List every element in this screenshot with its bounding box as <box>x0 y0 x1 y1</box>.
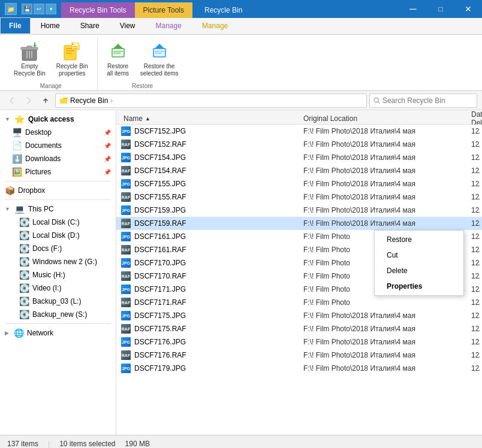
close-btn[interactable]: ✕ <box>454 0 482 18</box>
table-row[interactable]: JPG DSCF7152.JPG F:\! Film Photo\2018 Ит… <box>116 125 482 138</box>
file-location: F:\! Film Photo\2018 Италия\4 мая <box>299 364 466 373</box>
svg-rect-23 <box>113 53 120 54</box>
sidebar-item-desktop[interactable]: 🖥️ Desktop 📌 <box>0 126 116 139</box>
table-row[interactable]: RAF DSCF7175.RAF F:\! Film Photo\2018 Ит… <box>116 322 482 335</box>
title-label: Recycle Bin <box>192 2 251 18</box>
file-deleted-date: 12/16/2018 10:24 AM <box>466 298 480 307</box>
disk-s-icon: 💽 <box>19 310 29 319</box>
file-deleted-date: 12/16/2018 10:24 AM <box>466 272 480 280</box>
recycle-properties-btn[interactable]: Recycle Binproperties <box>52 40 92 80</box>
jpg-file-icon: JPG <box>121 205 131 215</box>
title-bar: 📁 💾 ↩ ▾ Recycle Bin Tools Picture Tools … <box>0 0 482 18</box>
table-row[interactable]: RAF DSCF7176.RAF F:\! Film Photo\2018 Ит… <box>116 349 482 362</box>
restore-selected-icon <box>150 43 169 62</box>
dropdown-btn[interactable]: ▾ <box>46 4 56 14</box>
quick-access-label: Quick access <box>28 115 111 123</box>
table-row[interactable]: JPG DSCF7175.JPG F:\! Film Photo\2018 Ит… <box>116 309 482 322</box>
file-name: DSCF7161.JPG <box>134 232 186 241</box>
file-location: F:\! Film Photo\2018 Италия\4 мая <box>299 338 466 346</box>
raf-file-icon: RAF <box>121 166 131 175</box>
up-btn[interactable] <box>38 93 53 108</box>
sidebar-item-network[interactable]: ▶ 🌐 Network <box>0 326 116 340</box>
breadcrumb[interactable]: Recycle Bin › <box>55 93 367 108</box>
file-deleted-date: 12/16/2018 10:24 AM <box>466 232 480 241</box>
save-btn[interactable]: 💾 <box>22 4 32 14</box>
table-row[interactable]: JPG DSCF7154.JPG F:\! Film Photo\2018 Ит… <box>116 151 482 164</box>
search-box[interactable] <box>369 93 477 108</box>
file-name: DSCF7155.JPG <box>134 180 186 188</box>
network-label: Network <box>27 329 111 337</box>
forward-btn[interactable] <box>22 93 36 108</box>
file-deleted-date: 12/16/2018 10:24 AM <box>466 206 480 214</box>
tab-manage-recycle[interactable]: Manage <box>146 17 192 34</box>
table-row[interactable]: JPG DSCF7176.JPG F:\! Film Photo\2018 Ит… <box>116 335 482 349</box>
disk-i-label: Video (I:) <box>32 284 111 292</box>
sidebar-item-l[interactable]: 💽 Backup_03 (L:) <box>0 295 116 308</box>
svg-rect-15 <box>66 53 72 54</box>
file-deleted-date: 12/16/2018 10:24 AM <box>466 259 480 267</box>
sidebar-item-d[interactable]: 💽 Local Disk (D:) <box>0 229 116 242</box>
ribbon: EmptyRecycle Bin Recycle Binproper <box>0 35 482 91</box>
disk-c-label: Local Disk (C:) <box>32 218 111 226</box>
sidebar-section-quick-access[interactable]: ▼ ⭐ Quick access <box>0 113 116 126</box>
pin-icon-downloads: 📌 <box>104 156 111 162</box>
restore-all-btn[interactable]: Restoreall items <box>103 40 134 80</box>
table-row[interactable]: RAF DSCF7155.RAF F:\! Film Photo\2018 Ит… <box>116 190 482 204</box>
sidebar-item-thispc[interactable]: ▼ 💻 This PC <box>0 202 116 216</box>
table-row[interactable]: JPG DSCF7179.JPG F:\! Film Photo\2018 Ит… <box>116 362 482 375</box>
table-row[interactable]: RAF DSCF7171.RAF F:\! Film Photo 12/16/2… <box>116 296 482 309</box>
tab-view[interactable]: View <box>110 17 146 34</box>
recycle-bin-tools-tab[interactable]: Recycle Bin Tools <box>61 2 135 18</box>
file-location: F:\! Film Photo\2018 Италия\4 мая <box>299 206 466 214</box>
tab-manage-picture[interactable]: Manage <box>192 17 238 34</box>
context-cut[interactable]: Cut <box>375 247 463 263</box>
file-location: F:\! Film Photo\2018 Италия\4 мая <box>299 351 466 359</box>
restore-selected-btn[interactable]: Restore theselected items <box>136 40 183 80</box>
picture-tools-tab[interactable]: Picture Tools <box>135 2 192 18</box>
file-name: DSCF7176.RAF <box>134 351 186 359</box>
search-input[interactable] <box>382 96 473 105</box>
context-properties[interactable]: Properties <box>375 279 463 294</box>
table-row[interactable]: RAF DSCF7154.RAF F:\! Film Photo\2018 Ит… <box>116 164 482 177</box>
tab-share[interactable]: Share <box>70 17 110 34</box>
table-row[interactable]: RAF DSCF7152.RAF F:\! Film Photo\2018 Ит… <box>116 138 482 151</box>
minimize-btn[interactable]: ─ <box>399 0 427 18</box>
context-delete[interactable]: Delete <box>375 263 463 279</box>
status-bar: 137 items | 10 items selected 190 MB <box>0 435 482 448</box>
disk-i-icon: 💽 <box>19 283 29 293</box>
maximize-btn[interactable]: □ <box>427 0 454 18</box>
file-deleted-date: 12/16/2018 10:24 AM <box>466 338 480 346</box>
tab-home[interactable]: Home <box>31 17 70 34</box>
sidebar-item-documents[interactable]: 📄 Documents 📌 <box>0 139 116 152</box>
empty-recycle-btn[interactable]: EmptyRecycle Bin <box>10 40 50 80</box>
sidebar-item-downloads[interactable]: ⬇️ Downloads 📌 <box>0 152 116 165</box>
thispc-icon: 💻 <box>15 204 25 214</box>
sidebar-item-g[interactable]: 💽 Windows new 2 (G:) <box>0 255 116 268</box>
sidebar-item-f[interactable]: 💽 Docs (F:) <box>0 242 116 255</box>
col-name[interactable]: Name ▲ <box>119 114 299 123</box>
file-deleted-date: 12/16/2018 10:24 AM <box>466 311 480 320</box>
context-restore[interactable]: Restore <box>375 232 463 247</box>
table-row[interactable]: JPG DSCF7159.JPG F:\! Film Photo\2018 Ит… <box>116 204 482 217</box>
quick-access-icon: ⭐ <box>15 114 25 124</box>
table-row[interactable]: RAF DSCF7159.RAF F:\! Film Photo\2018 Ит… <box>116 217 482 230</box>
sidebar-item-dropbox[interactable]: 📦 Dropbox <box>0 184 116 197</box>
sidebar-item-c[interactable]: 💽 Local Disk (C:) <box>0 216 116 229</box>
network-collapse-icon: ▶ <box>5 330 9 336</box>
disk-l-label: Backup_03 (L:) <box>32 297 111 305</box>
undo-btn[interactable]: ↩ <box>34 4 44 14</box>
sidebar-item-pictures[interactable]: 🖼️ Pictures 📌 <box>0 165 116 178</box>
raf-file-icon: RAF <box>121 271 131 281</box>
tab-file[interactable]: File <box>0 17 31 34</box>
sidebar-item-s[interactable]: 💽 Backup_new (S:) <box>0 308 116 321</box>
back-btn[interactable] <box>5 93 19 108</box>
table-row[interactable]: JPG DSCF7155.JPG F:\! Film Photo\2018 Ит… <box>116 177 482 190</box>
file-location: F:\! Film Photo\2018 Италия\4 мая <box>299 193 466 201</box>
disk-h-label: Music (H:) <box>32 271 111 279</box>
file-deleted-date: 12/16/2018 10:24 AM <box>466 325 480 333</box>
col-location[interactable]: Original Location <box>299 114 466 123</box>
file-name: DSCF7154.JPG <box>134 153 186 162</box>
sidebar-item-h[interactable]: 💽 Music (H:) <box>0 268 116 281</box>
sidebar-item-i[interactable]: 💽 Video (I:) <box>0 281 116 295</box>
svg-rect-28 <box>60 99 67 104</box>
